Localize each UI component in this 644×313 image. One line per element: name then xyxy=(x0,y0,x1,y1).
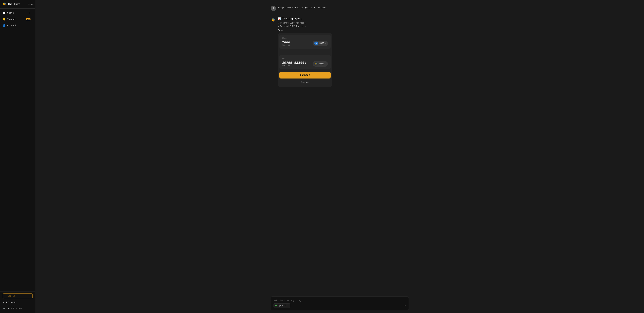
tokens-chevron-icon: ∨ xyxy=(32,18,32,20)
cancel-button[interactable]: Cancel xyxy=(280,80,330,85)
chat-input-area: Open AI ⌄ ↩ xyxy=(35,294,644,313)
user-avatar xyxy=(271,6,276,11)
buy-usd: $994.32 xyxy=(282,65,306,67)
agent-title-text: Trading Agent xyxy=(282,17,302,20)
connect-button[interactable]: Connect xyxy=(280,72,330,79)
step-buzz-chevron-icon: ∨ xyxy=(305,25,306,27)
login-button[interactable]: → Log in xyxy=(3,294,32,299)
model-label: Open AI xyxy=(278,305,286,307)
sell-token-name: USDC xyxy=(319,42,324,44)
sidebar-nav: 💬 Chats + ∨ 🪙 Tokens New ∨ 👤 Account xyxy=(0,8,35,291)
discord-label: Join Discord xyxy=(7,308,22,310)
add-chat-icon[interactable]: + xyxy=(29,12,30,14)
chat-input-box: Open AI ⌄ ↩ xyxy=(271,296,409,310)
usdc-icon: $ xyxy=(314,41,318,45)
agent-avatar-icon: 🐝 xyxy=(271,17,276,23)
sell-usd: $999.99 xyxy=(282,44,290,46)
buy-token-selector[interactable]: 🐝 BUZZ ⌄ xyxy=(312,61,328,67)
swap-card: Sell 1000 $999.99 $ USDC ⌄ xyxy=(278,33,332,87)
buy-amount-row: 30755.528004 $994.32 🐝 BUZZ ⌄ xyxy=(282,61,328,67)
buy-token-chevron-icon: ⌄ xyxy=(325,63,326,65)
sidebar-account-label: Account xyxy=(7,24,16,27)
swap-buy-section: Buy 30755.528004 $994.32 🐝 BUZZ ⌄ xyxy=(280,55,330,69)
sidebar-header-icons: ⚙ ▣ xyxy=(28,3,32,6)
sell-amount-col: 1000 $999.99 xyxy=(282,40,290,46)
user-message-text: Swap 1000 $USDC to $BUZZ on Solana xyxy=(278,6,326,9)
tokens-icon: 🪙 xyxy=(3,18,6,21)
buy-amount-col: 30755.528004 $994.32 xyxy=(282,61,306,67)
buy-label: Buy xyxy=(282,57,328,59)
sell-label: Sell xyxy=(282,37,328,39)
step-usdc-label: Fetched USDC Address xyxy=(280,22,304,24)
svg-point-0 xyxy=(273,7,274,8)
chat-input-footer: Open AI ⌄ ↩ xyxy=(274,304,406,308)
hive-logo-icon: 🐝 xyxy=(3,2,6,6)
buy-amount: 30755.528004 xyxy=(282,61,306,65)
sidebar-chats-label: Chats xyxy=(7,12,14,14)
x-icon: ✕ xyxy=(3,301,4,304)
sidebar-item-chats[interactable]: 💬 Chats + ∨ xyxy=(0,10,35,16)
swap-sell-section: Sell 1000 $999.99 $ USDC ⌄ xyxy=(280,35,330,49)
chats-chevron-icon: ∨ xyxy=(32,12,32,14)
sidebar-bottom: → Log in ✕ Follow Us 🎮 Join Discord xyxy=(0,291,35,313)
agent-message: 🐝 📊 Trading Agent ● Fetched USDC Address… xyxy=(264,15,416,89)
chat-area: Swap 1000 $USDC to $BUZZ on Solana 🐝 📊 T… xyxy=(35,0,644,294)
step-buzz-icon: ● xyxy=(278,25,279,27)
trading-chart-icon: 📊 xyxy=(278,17,281,20)
sidebar-header: 🐝 The Hive ⚙ ▣ xyxy=(0,0,35,8)
sell-token-chevron-icon: ⌄ xyxy=(325,42,326,44)
model-status-dot xyxy=(275,305,277,306)
chat-input-wrapper: Open AI ⌄ ↩ xyxy=(271,296,409,310)
follow-us-label: Follow Us xyxy=(6,302,17,304)
account-icon: 👤 xyxy=(3,24,6,27)
settings-icon[interactable]: ⚙ xyxy=(28,3,29,6)
tokens-new-badge: New xyxy=(26,18,30,20)
agent-steps: ● Fetched USDC Address ∨ ● Fetched BUZZ … xyxy=(278,22,409,27)
model-selector[interactable]: Open AI ⌄ xyxy=(274,304,290,308)
discord-item[interactable]: 🎮 Join Discord xyxy=(3,306,32,311)
model-chevron-icon: ⌄ xyxy=(288,305,288,307)
swap-actions: Connect Cancel xyxy=(278,70,332,87)
sell-amount-row: 1000 $999.99 $ USDC ⌄ xyxy=(282,40,328,46)
sidebar-item-account[interactable]: 👤 Account xyxy=(0,22,35,28)
agent-title-row: 📊 Trading Agent xyxy=(278,17,409,20)
chat-input[interactable] xyxy=(274,299,406,302)
follow-us-item[interactable]: ✕ Follow Us xyxy=(3,300,32,305)
chats-icon: 💬 xyxy=(3,11,6,14)
discord-icon: 🎮 xyxy=(3,307,6,310)
step-usdc-chevron-icon: ∨ xyxy=(305,22,306,24)
buzz-icon: 🐝 xyxy=(314,62,318,66)
tokens-extras: New ∨ xyxy=(26,18,32,20)
layout-icon[interactable]: ▣ xyxy=(31,3,32,6)
swap-section-label: Swap xyxy=(278,29,409,32)
send-button[interactable]: ↩ xyxy=(404,304,406,307)
step-usdc-icon: ● xyxy=(278,22,279,24)
step-buzz-address[interactable]: ● Fetched BUZZ Address ∨ xyxy=(278,25,409,27)
sidebar: 🐝 The Hive ⚙ ▣ 💬 Chats + ∨ 🪙 Tokens New … xyxy=(0,0,35,313)
user-message: Swap 1000 $USDC to $BUZZ on Solana xyxy=(264,3,416,13)
main-content: Swap 1000 $USDC to $BUZZ on Solana 🐝 📊 T… xyxy=(35,0,644,313)
app-title: The Hive xyxy=(8,3,20,6)
step-usdc-address[interactable]: ● Fetched USDC Address ∨ xyxy=(278,22,409,24)
sidebar-tokens-label: Tokens xyxy=(7,18,15,20)
agent-content: 📊 Trading Agent ● Fetched USDC Address ∨… xyxy=(278,17,409,87)
swap-arrow-row: ⌄ xyxy=(278,50,332,54)
swap-direction-icon: ⌄ xyxy=(304,51,306,53)
chats-extras: + ∨ xyxy=(29,12,32,14)
buy-token-name: BUZZ xyxy=(319,63,324,65)
sidebar-item-tokens[interactable]: 🪙 Tokens New ∨ xyxy=(0,16,35,22)
sell-token-selector[interactable]: $ USDC ⌄ xyxy=(312,41,328,46)
step-buzz-label: Fetched BUZZ Address xyxy=(280,25,304,27)
sell-amount: 1000 xyxy=(282,40,290,44)
